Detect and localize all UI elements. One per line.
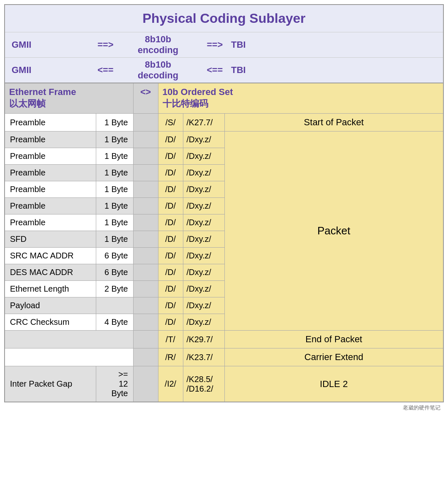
table-row: Preamble 1 Byte /S/ /K27.7/ Start of Pac…: [5, 114, 443, 132]
eth-size-15: >=12 Byte: [96, 366, 133, 402]
table-row: /R/ /K23.7/ Carrier Extend: [5, 348, 443, 366]
code1-1: /D/: [158, 132, 183, 148]
code1-0: /S/: [158, 114, 183, 132]
label-idle2: IDLE 2: [224, 366, 443, 402]
eth-size-10: 2 Byte: [96, 281, 133, 297]
code2-10: /Dxy.z/: [183, 281, 224, 297]
code2-4: /Dxy.z/: [183, 181, 224, 198]
main-table: Physical Coding Sublayer GMII ==> 8b10b …: [4, 4, 444, 402]
code2-2: /Dxy.z/: [183, 148, 224, 165]
eth-size-1: 1 Byte: [96, 132, 133, 148]
col-header-ethernet-frame: Ethernet Frame 以太网帧: [5, 83, 133, 114]
arrow-7: [133, 231, 158, 248]
code1-14: /R/: [158, 348, 183, 366]
code2-6: /Dxy.z/: [183, 214, 224, 231]
code1-8: /D/: [158, 248, 183, 264]
col-header-arrow: <>: [133, 83, 158, 114]
arrow-8: [133, 248, 158, 264]
code1-7: /D/: [158, 231, 183, 248]
eth-size-9: 6 Byte: [96, 264, 133, 281]
code2-7: /Dxy.z/: [183, 231, 224, 248]
eth-name-4: Preamble: [5, 181, 96, 198]
code1-11: /D/: [158, 297, 183, 314]
gmii-label-1: GMII: [5, 32, 96, 58]
arrow-11: [133, 297, 158, 314]
table-row: /T/ /K29.7/ End of Packet: [5, 331, 443, 348]
code2-1: /Dxy.z/: [183, 132, 224, 148]
arrow-5: [133, 198, 158, 214]
eth-name-1: Preamble: [5, 132, 96, 148]
page-container: Physical Coding Sublayer GMII ==> 8b10b …: [0, 0, 448, 417]
code2-12: /Dxy.z/: [183, 314, 224, 331]
eth-size-3: 1 Byte: [96, 165, 133, 181]
code1-3: /D/: [158, 165, 183, 181]
eth-name-8: SRC MAC ADDR: [5, 248, 96, 264]
gmii-encoding-label: 8b10b encoding: [133, 32, 183, 58]
arrow-14: [133, 348, 158, 366]
code1-15: /I2/: [158, 366, 183, 402]
title-row: Physical Coding Sublayer: [5, 5, 443, 32]
label-carrier-extend: Carrier Extend: [224, 348, 443, 366]
arrow-0: [133, 114, 158, 132]
arrow-10: [133, 281, 158, 297]
eth-name-0: Preamble: [5, 114, 96, 132]
eth-name-15: Inter Packet Gap: [5, 366, 96, 402]
col-header-10b-ordered-set: 10b Ordered Set 十比特编码: [158, 83, 443, 114]
eth-name-12: CRC Checksum: [5, 314, 96, 331]
code1-13: /T/: [158, 331, 183, 348]
code1-9: /D/: [158, 264, 183, 281]
eth-name-9: DES MAC ADDR: [5, 264, 96, 281]
eth-name-7: SFD: [5, 231, 96, 248]
label-end-of-packet: End of Packet: [224, 331, 443, 348]
label-start-of-packet: Start of Packet: [224, 114, 443, 132]
arrow-6: [133, 214, 158, 231]
gmii-arrow-dec: <==: [96, 58, 133, 83]
eth-size-11: [96, 297, 133, 314]
ordered-set-en: 10b Ordered Set: [163, 87, 233, 97]
gmii-tbi-dec: TBI: [224, 58, 443, 83]
ordered-set-cn: 十比特编码: [163, 98, 208, 109]
gmii-arrow-tbi-dec: <==: [183, 58, 224, 83]
arrow-13: [133, 331, 158, 348]
eth-name-13: [5, 331, 133, 348]
eth-name-10: Ethernet Length: [5, 281, 96, 297]
code2-3: /Dxy.z/: [183, 165, 224, 181]
code1-5: /D/: [158, 198, 183, 214]
arrow-15: [133, 366, 158, 402]
column-headers-row: Ethernet Frame 以太网帧 <> 10b Ordered Set 十…: [5, 83, 443, 114]
eth-size-4: 1 Byte: [96, 181, 133, 198]
eth-size-2: 1 Byte: [96, 148, 133, 165]
table-row: Preamble 1 Byte /D/ /Dxy.z/ Packet: [5, 132, 443, 148]
eth-name-3: Preamble: [5, 165, 96, 181]
gmii-arrow-tbi-enc: ==>: [183, 32, 224, 58]
code1-6: /D/: [158, 214, 183, 231]
arrow-1: [133, 132, 158, 148]
code2-15: /K28.5/ /D16.2/: [183, 366, 224, 402]
eth-size-7: 1 Byte: [96, 231, 133, 248]
eth-frame-cn: 以太网帧: [9, 98, 46, 109]
code1-4: /D/: [158, 181, 183, 198]
code2-11: /Dxy.z/: [183, 297, 224, 314]
gmii-arrow-enc: ==>: [96, 32, 133, 58]
arrow-9: [133, 264, 158, 281]
code2-14: /K23.7/: [183, 348, 224, 366]
eth-size-6: 1 Byte: [96, 214, 133, 231]
arrow-12: [133, 314, 158, 331]
table-row: Inter Packet Gap >=12 Byte /I2/ /K28.5/ …: [5, 366, 443, 402]
code1-2: /D/: [158, 148, 183, 165]
page-title: Physical Coding Sublayer: [5, 5, 443, 32]
eth-size-8: 6 Byte: [96, 248, 133, 264]
eth-name-5: Preamble: [5, 198, 96, 214]
code2-5: /Dxy.z/: [183, 198, 224, 214]
arrow-4: [133, 181, 158, 198]
gmii-decoding-label: 8b10b decoding: [133, 58, 183, 83]
gmii-decoding-row: GMII <== 8b10b decoding <== TBI: [5, 58, 443, 83]
eth-name-6: Preamble: [5, 214, 96, 231]
code1-12: /D/: [158, 314, 183, 331]
arrow-3: [133, 165, 158, 181]
eth-name-11: Payload: [5, 297, 96, 314]
gmii-label-2: GMII: [5, 58, 96, 83]
code1-10: /D/: [158, 281, 183, 297]
code2-9: /Dxy.z/: [183, 264, 224, 281]
eth-size-0: 1 Byte: [96, 114, 133, 132]
